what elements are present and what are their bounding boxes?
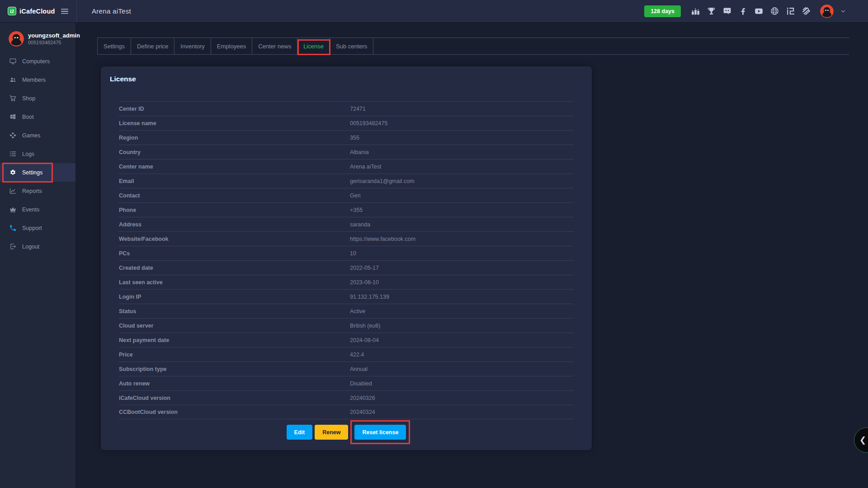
license-row-value: Disabled <box>350 380 372 387</box>
license-row-value: Annual <box>350 366 368 372</box>
license-row: Auto renewDisabled <box>119 376 574 390</box>
license-row: ContactGeri <box>119 188 574 202</box>
tab-settings[interactable]: Settings <box>97 38 131 54</box>
license-row: Last seen active2023-06-10 <box>119 275 574 289</box>
license-row-value: 005193482475 <box>350 120 387 127</box>
youtube-icon[interactable] <box>754 6 764 16</box>
tab-center-news[interactable]: Center news <box>252 38 297 54</box>
sidebar-user-block: youngzsoft_admin 005193482475 <box>0 23 75 47</box>
license-row-label: Address <box>119 221 350 228</box>
sidebar-item-events[interactable]: Events <box>0 200 75 219</box>
tab-label: Inventory <box>180 43 204 50</box>
license-card: License Center ID72471License name005193… <box>101 66 592 450</box>
license-row-value: 422.4 <box>350 352 364 358</box>
ranking-icon[interactable] <box>691 6 700 16</box>
license-row: Phone+355 <box>119 202 574 217</box>
license-row-value: 72471 <box>350 106 366 112</box>
license-row: License name005193482475 <box>119 116 574 130</box>
license-row: Region355 <box>119 130 574 145</box>
sidebar-item-shop[interactable]: Shop <box>0 89 75 108</box>
license-row: Center ID72471 <box>119 101 574 116</box>
app-logo: i2 iCafeCloud <box>8 7 55 15</box>
sidebar-item-logout[interactable]: Logout <box>0 237 75 256</box>
support-icon <box>9 224 17 232</box>
license-row: Created date2022-05-17 <box>119 260 574 275</box>
button-wrap: Reset license <box>354 425 406 440</box>
license-row-label: Created date <box>119 265 350 271</box>
license-row-label: Email <box>119 178 350 184</box>
button-wrap: Edit <box>287 425 313 440</box>
license-row-label: Website/Facebook <box>119 236 350 242</box>
tab-sub-centers[interactable]: Sub centers <box>330 38 373 54</box>
license-days-badge[interactable]: 128 days <box>644 5 681 17</box>
main-content: SettingsDefine priceInventoryEmployeesCe… <box>76 23 868 488</box>
edit-button[interactable]: Edit <box>287 425 313 440</box>
renew-button[interactable]: Renew <box>315 425 348 440</box>
license-row: CCBootCloud version20240324 <box>119 405 574 419</box>
logout-icon <box>9 243 17 250</box>
license-row: Login IP91.132.175.139 <box>119 289 574 304</box>
license-row-label: Center name <box>119 164 350 170</box>
reports-icon <box>9 187 17 195</box>
discord-icon[interactable] <box>722 6 732 16</box>
tab-define-price[interactable]: Define price <box>131 38 175 54</box>
license-row-label: Phone <box>119 207 350 213</box>
card-title: License <box>101 66 592 84</box>
sidebar-item-label: Support <box>22 225 42 231</box>
license-row-label: Cloud server <box>119 323 350 329</box>
sidebar-item-label: Settings <box>22 169 42 176</box>
facebook-icon[interactable] <box>738 6 748 16</box>
sidebar-item-members[interactable]: Members <box>0 70 75 89</box>
license-row-label: CCBootCloud version <box>119 409 350 415</box>
license-row: Website/Facebookhttps://www.facebook.com <box>119 231 574 246</box>
license-row: StatusActive <box>119 304 574 318</box>
button-wrap: Renew <box>315 425 348 440</box>
tab-label: Settings <box>104 43 125 50</box>
license-row-value: 2023-06-10 <box>350 279 379 286</box>
icafecloud-logo-icon: i2 <box>8 7 16 15</box>
globe-icon[interactable] <box>770 6 779 16</box>
sidebar-item-logs[interactable]: Logs <box>0 145 75 163</box>
brand-icon[interactable] <box>802 6 811 16</box>
license-row: Next payment date2024-08-04 <box>119 333 574 347</box>
reset-license-button[interactable]: Reset license <box>354 425 406 440</box>
tab-license[interactable]: License <box>297 38 330 54</box>
chevron-left-icon: ❮ <box>859 435 866 445</box>
license-row: Center nameArena aiTest <box>119 159 574 174</box>
page-title: Arena aiTest <box>92 7 131 15</box>
sidebar-item-label: Computers <box>22 58 50 65</box>
tab-inventory[interactable]: Inventory <box>175 38 211 54</box>
sidebar-item-reports[interactable]: Reports <box>0 182 75 200</box>
license-table: Center ID72471License name005193482475Re… <box>119 101 574 419</box>
sidebar-item-label: Boot <box>22 114 34 120</box>
tab-label: Sub centers <box>336 43 367 50</box>
license-row-value: gerisaranda1@gmail.com <box>350 178 415 184</box>
icafecloud-icon[interactable] <box>786 6 795 16</box>
app-logo-text: iCafeCloud <box>19 8 55 15</box>
license-row-label: Region <box>119 135 350 141</box>
license-row-label: Country <box>119 149 350 155</box>
chevron-down-icon[interactable] <box>840 8 846 14</box>
hamburger-menu-icon[interactable] <box>60 7 69 16</box>
sidebar-item-boot[interactable]: Boot <box>0 108 75 126</box>
sidebar-item-settings[interactable]: Settings <box>0 163 75 182</box>
license-row-value: saranda <box>350 221 370 228</box>
username: youngzsoft_admin <box>28 32 80 39</box>
sidebar-item-computers[interactable]: Computers <box>0 52 75 70</box>
header-actions: 128 days <box>644 5 868 18</box>
license-row-label: iCafeCloud version <box>119 395 350 401</box>
license-row-value: 10 <box>350 250 356 257</box>
tab-employees[interactable]: Employees <box>211 38 252 54</box>
license-row-label: Price <box>119 352 350 358</box>
settings-icon <box>9 169 17 176</box>
sidebar-item-label: Members <box>22 77 46 83</box>
user-avatar[interactable] <box>820 5 834 18</box>
trophy-icon[interactable] <box>707 6 716 16</box>
boot-icon <box>9 113 17 121</box>
sidebar-item-games[interactable]: Games <box>0 126 75 145</box>
logs-icon <box>9 150 17 158</box>
license-row-label: License name <box>119 120 350 127</box>
tab-label: Define price <box>137 43 168 50</box>
license-row-value: 2024-08-04 <box>350 337 379 343</box>
sidebar-item-support[interactable]: Support <box>0 219 75 237</box>
